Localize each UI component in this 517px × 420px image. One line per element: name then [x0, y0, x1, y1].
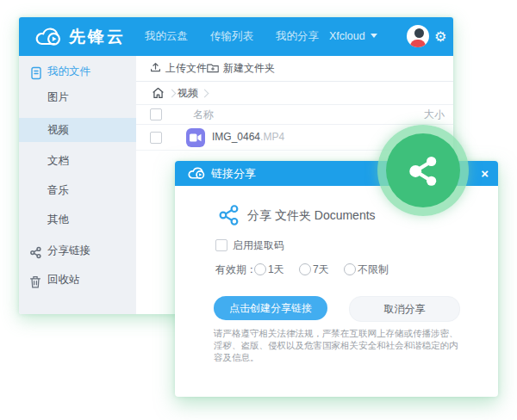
sidebar-item-recycle-bin[interactable]: 回收站 [19, 268, 136, 292]
share-icon [405, 152, 441, 188]
table-header: 名称 大小 [136, 105, 453, 125]
trash-icon [29, 273, 41, 297]
cloud-logo-icon [186, 166, 207, 184]
sidebar-item-label: 其他 [47, 207, 69, 232]
new-folder-label: 新建文件夹 [223, 62, 275, 74]
validity-radio-1day[interactable] [254, 263, 266, 275]
enable-code-row: 启用提取码 [175, 238, 498, 252]
sidebar-item-documents[interactable]: 文档 [19, 149, 136, 173]
sidebar-item-label: 我的文件 [47, 59, 90, 83]
upload-icon [150, 58, 161, 83]
validity-radio-7days[interactable] [299, 263, 311, 275]
column-header-size: 大小 [424, 105, 445, 124]
avatar-body-shape [410, 40, 426, 47]
sidebar-item-pictures[interactable]: 图片 [19, 85, 136, 109]
validity-radio-unlimited[interactable] [344, 263, 356, 275]
chevron-down-icon [371, 34, 377, 38]
chevron-right-icon [201, 90, 209, 98]
legal-disclaimer-text: 请严格遵守相关法律法规，严禁在互联网上存储或传播涉密、淫秽、盗版、侵权以及危害国… [214, 327, 462, 363]
cancel-share-button[interactable]: 取消分享 [349, 296, 460, 322]
column-header-name: 名称 [193, 105, 214, 124]
enable-code-label: 启用提取码 [233, 238, 284, 252]
avatar-head-shape [414, 28, 424, 38]
new-folder-button[interactable]: 新建文件夹 [207, 56, 275, 81]
file-extension: .MP4 [260, 131, 284, 143]
video-file-icon [186, 128, 205, 147]
sidebar-item-label: 音乐 [47, 178, 69, 202]
toolbar: 上传文件 新建文件夹 [136, 56, 453, 82]
chevron-right-icon [168, 90, 177, 98]
share-dialog-title: 链接分享 [211, 161, 256, 186]
nav-transfer-list[interactable]: 传输列表 [210, 17, 253, 56]
file-base-name: IMG_0464 [212, 131, 260, 143]
upload-file-button[interactable]: 上传文件 [150, 56, 207, 81]
row-checkbox[interactable] [150, 132, 162, 144]
account-dropdown[interactable]: Xfcloud [329, 17, 377, 56]
close-icon[interactable]: × [481, 161, 489, 186]
sidebar-item-videos[interactable]: 视频 [19, 118, 136, 142]
sidebar-item-share-links[interactable]: 分享链接 [19, 238, 136, 262]
sidebar-item-my-files[interactable]: 我的文件 [19, 59, 136, 83]
validity-row: 有效期： 1天 7天 不限制 [175, 262, 498, 276]
sidebar-item-music[interactable]: 音乐 [19, 178, 136, 202]
validity-label: 有效期： [215, 262, 257, 276]
settings-gear-icon[interactable]: ⚙ [434, 17, 446, 56]
validity-option-label[interactable]: 7天 [313, 262, 329, 276]
app-header: 先锋云 我的云盘 传输列表 我的分享 Xfcloud ⚙ [19, 17, 453, 56]
validity-option-label[interactable]: 不限制 [358, 262, 389, 276]
share-badge-ring [377, 125, 469, 216]
file-name: IMG_0464.MP4 [212, 125, 284, 150]
breadcrumb: 视频 [136, 82, 453, 105]
nav-my-drive[interactable]: 我的云盘 [145, 17, 188, 56]
sidebar-item-label: 图片 [47, 85, 69, 109]
share-icon [29, 244, 42, 268]
share-badge-circle [386, 133, 460, 207]
nav-my-shares[interactable]: 我的分享 [276, 17, 319, 56]
sidebar-item-label: 视频 [47, 118, 69, 142]
select-all-checkbox[interactable] [150, 108, 162, 120]
app-logo-title: 先锋云 [69, 17, 126, 56]
share-target-text: 分享 文件夹 Documents [247, 202, 376, 228]
breadcrumb-current-folder[interactable]: 视频 [178, 82, 198, 104]
validity-option-label[interactable]: 1天 [268, 262, 284, 276]
screenshot-stage: 先锋云 我的云盘 传输列表 我的分享 Xfcloud ⚙ 我的文件 [0, 0, 517, 420]
sidebar-item-label: 回收站 [47, 268, 80, 292]
cloud-logo-icon [33, 26, 64, 52]
sidebar: 我的文件 图片 视频 文档 音乐 其他 [19, 56, 137, 314]
folder-plus-icon [207, 58, 219, 83]
user-avatar[interactable] [407, 25, 429, 47]
account-name: Xfcloud [329, 30, 365, 42]
home-icon[interactable] [152, 87, 165, 102]
upload-file-label: 上传文件 [165, 62, 207, 74]
create-share-link-button[interactable]: 点击创建分享链接 [214, 296, 327, 320]
enable-code-checkbox[interactable] [215, 239, 227, 251]
share-icon [218, 204, 240, 226]
sidebar-item-label: 文档 [47, 149, 69, 173]
sidebar-item-other[interactable]: 其他 [19, 207, 136, 232]
sidebar-item-label: 分享链接 [47, 238, 90, 262]
